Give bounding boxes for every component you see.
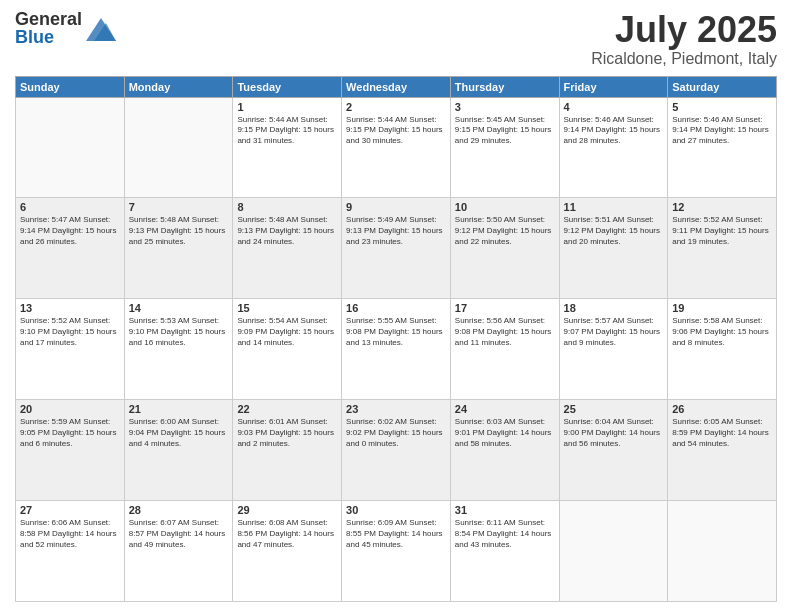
col-saturday: Saturday [668,76,777,97]
day-number: 17 [455,302,555,314]
table-row: 4Sunrise: 5:46 AM Sunset: 9:14 PM Daylig… [559,97,668,198]
day-info: Sunrise: 5:49 AM Sunset: 9:13 PM Dayligh… [346,215,446,247]
day-info: Sunrise: 6:09 AM Sunset: 8:55 PM Dayligh… [346,518,446,550]
day-info: Sunrise: 5:48 AM Sunset: 9:13 PM Dayligh… [237,215,337,247]
day-number: 25 [564,403,664,415]
day-number: 4 [564,101,664,113]
table-row: 31Sunrise: 6:11 AM Sunset: 8:54 PM Dayli… [450,501,559,602]
col-sunday: Sunday [16,76,125,97]
day-number: 31 [455,504,555,516]
day-number: 13 [20,302,120,314]
day-number: 28 [129,504,229,516]
day-info: Sunrise: 5:57 AM Sunset: 9:07 PM Dayligh… [564,316,664,348]
day-info: Sunrise: 5:44 AM Sunset: 9:15 PM Dayligh… [346,115,446,147]
day-info: Sunrise: 5:45 AM Sunset: 9:15 PM Dayligh… [455,115,555,147]
table-row: 8Sunrise: 5:48 AM Sunset: 9:13 PM Daylig… [233,198,342,299]
day-info: Sunrise: 6:01 AM Sunset: 9:03 PM Dayligh… [237,417,337,449]
calendar-table: Sunday Monday Tuesday Wednesday Thursday… [15,76,777,602]
day-number: 19 [672,302,772,314]
day-info: Sunrise: 5:50 AM Sunset: 9:12 PM Dayligh… [455,215,555,247]
table-row: 14Sunrise: 5:53 AM Sunset: 9:10 PM Dayli… [124,299,233,400]
table-row: 11Sunrise: 5:51 AM Sunset: 9:12 PM Dayli… [559,198,668,299]
day-info: Sunrise: 5:54 AM Sunset: 9:09 PM Dayligh… [237,316,337,348]
table-row: 22Sunrise: 6:01 AM Sunset: 9:03 PM Dayli… [233,400,342,501]
day-number: 11 [564,201,664,213]
table-row [668,501,777,602]
day-info: Sunrise: 5:56 AM Sunset: 9:08 PM Dayligh… [455,316,555,348]
table-row: 5Sunrise: 5:46 AM Sunset: 9:14 PM Daylig… [668,97,777,198]
table-row: 7Sunrise: 5:48 AM Sunset: 9:13 PM Daylig… [124,198,233,299]
table-row: 23Sunrise: 6:02 AM Sunset: 9:02 PM Dayli… [342,400,451,501]
day-number: 21 [129,403,229,415]
table-row: 1Sunrise: 5:44 AM Sunset: 9:15 PM Daylig… [233,97,342,198]
col-monday: Monday [124,76,233,97]
day-info: Sunrise: 6:04 AM Sunset: 9:00 PM Dayligh… [564,417,664,449]
table-row: 10Sunrise: 5:50 AM Sunset: 9:12 PM Dayli… [450,198,559,299]
table-row: 17Sunrise: 5:56 AM Sunset: 9:08 PM Dayli… [450,299,559,400]
day-number: 18 [564,302,664,314]
day-number: 1 [237,101,337,113]
col-friday: Friday [559,76,668,97]
calendar-week-row: 20Sunrise: 5:59 AM Sunset: 9:05 PM Dayli… [16,400,777,501]
day-info: Sunrise: 5:52 AM Sunset: 9:10 PM Dayligh… [20,316,120,348]
logo: General Blue [15,10,116,46]
table-row: 13Sunrise: 5:52 AM Sunset: 9:10 PM Dayli… [16,299,125,400]
logo-blue-text: Blue [15,28,82,46]
day-info: Sunrise: 6:08 AM Sunset: 8:56 PM Dayligh… [237,518,337,550]
calendar-header-row: Sunday Monday Tuesday Wednesday Thursday… [16,76,777,97]
day-number: 24 [455,403,555,415]
page: General Blue July 2025 Ricaldone, Piedmo… [0,0,792,612]
day-number: 16 [346,302,446,314]
calendar-week-row: 1Sunrise: 5:44 AM Sunset: 9:15 PM Daylig… [16,97,777,198]
day-info: Sunrise: 5:58 AM Sunset: 9:06 PM Dayligh… [672,316,772,348]
day-info: Sunrise: 5:48 AM Sunset: 9:13 PM Dayligh… [129,215,229,247]
table-row: 15Sunrise: 5:54 AM Sunset: 9:09 PM Dayli… [233,299,342,400]
day-number: 12 [672,201,772,213]
day-number: 3 [455,101,555,113]
day-number: 5 [672,101,772,113]
day-number: 10 [455,201,555,213]
day-number: 20 [20,403,120,415]
table-row: 18Sunrise: 5:57 AM Sunset: 9:07 PM Dayli… [559,299,668,400]
day-number: 22 [237,403,337,415]
table-row: 20Sunrise: 5:59 AM Sunset: 9:05 PM Dayli… [16,400,125,501]
month-title: July 2025 [591,10,777,50]
day-number: 14 [129,302,229,314]
day-info: Sunrise: 5:46 AM Sunset: 9:14 PM Dayligh… [672,115,772,147]
day-info: Sunrise: 6:05 AM Sunset: 8:59 PM Dayligh… [672,417,772,449]
day-info: Sunrise: 6:11 AM Sunset: 8:54 PM Dayligh… [455,518,555,550]
table-row: 28Sunrise: 6:07 AM Sunset: 8:57 PM Dayli… [124,501,233,602]
col-wednesday: Wednesday [342,76,451,97]
day-info: Sunrise: 5:46 AM Sunset: 9:14 PM Dayligh… [564,115,664,147]
day-number: 7 [129,201,229,213]
day-number: 26 [672,403,772,415]
table-row: 30Sunrise: 6:09 AM Sunset: 8:55 PM Dayli… [342,501,451,602]
header: General Blue July 2025 Ricaldone, Piedmo… [15,10,777,68]
table-row: 25Sunrise: 6:04 AM Sunset: 9:00 PM Dayli… [559,400,668,501]
table-row: 6Sunrise: 5:47 AM Sunset: 9:14 PM Daylig… [16,198,125,299]
table-row: 3Sunrise: 5:45 AM Sunset: 9:15 PM Daylig… [450,97,559,198]
table-row: 21Sunrise: 6:00 AM Sunset: 9:04 PM Dayli… [124,400,233,501]
day-info: Sunrise: 5:52 AM Sunset: 9:11 PM Dayligh… [672,215,772,247]
day-number: 2 [346,101,446,113]
col-tuesday: Tuesday [233,76,342,97]
day-number: 29 [237,504,337,516]
day-number: 23 [346,403,446,415]
table-row: 9Sunrise: 5:49 AM Sunset: 9:13 PM Daylig… [342,198,451,299]
table-row: 29Sunrise: 6:08 AM Sunset: 8:56 PM Dayli… [233,501,342,602]
table-row: 24Sunrise: 6:03 AM Sunset: 9:01 PM Dayli… [450,400,559,501]
table-row: 26Sunrise: 6:05 AM Sunset: 8:59 PM Dayli… [668,400,777,501]
table-row: 27Sunrise: 6:06 AM Sunset: 8:58 PM Dayli… [16,501,125,602]
day-info: Sunrise: 6:02 AM Sunset: 9:02 PM Dayligh… [346,417,446,449]
table-row [124,97,233,198]
day-info: Sunrise: 5:47 AM Sunset: 9:14 PM Dayligh… [20,215,120,247]
day-info: Sunrise: 5:59 AM Sunset: 9:05 PM Dayligh… [20,417,120,449]
day-number: 6 [20,201,120,213]
day-number: 27 [20,504,120,516]
title-block: July 2025 Ricaldone, Piedmont, Italy [591,10,777,68]
day-info: Sunrise: 6:03 AM Sunset: 9:01 PM Dayligh… [455,417,555,449]
table-row: 2Sunrise: 5:44 AM Sunset: 9:15 PM Daylig… [342,97,451,198]
col-thursday: Thursday [450,76,559,97]
calendar-week-row: 13Sunrise: 5:52 AM Sunset: 9:10 PM Dayli… [16,299,777,400]
day-info: Sunrise: 5:51 AM Sunset: 9:12 PM Dayligh… [564,215,664,247]
